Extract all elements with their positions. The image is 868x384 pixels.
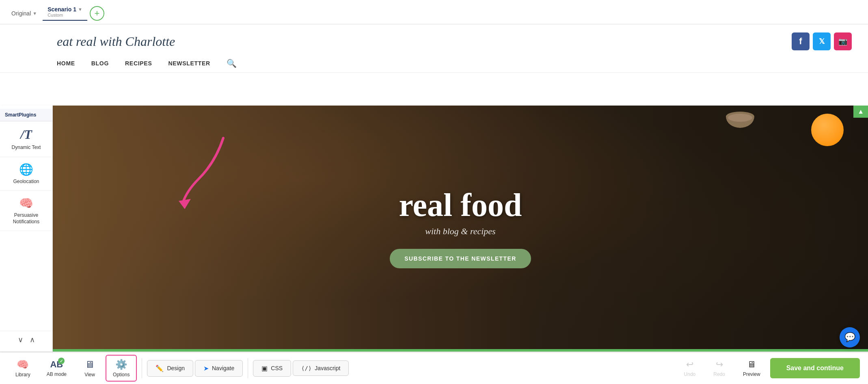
toolbar-view-button[interactable]: 🖥 View <box>76 355 104 382</box>
sidebar-header: SmartPlugins <box>0 109 52 121</box>
preview-icon: 🖥 <box>747 359 756 370</box>
tab-original-chevron: ▼ <box>32 11 37 16</box>
nav-recipes[interactable]: RECIPES <box>125 60 152 67</box>
scroll-up-button[interactable]: ▲ <box>853 106 868 118</box>
ab-mode-label: AB mode <box>47 371 67 377</box>
toolbar-separator-2 <box>248 358 248 378</box>
tab-scenario-sub-label: Custom <box>48 13 82 17</box>
hero-cta-button[interactable]: SUBSCRIBE TO THE NEWSLETTER <box>390 249 531 268</box>
tab-original[interactable]: Original ▼ <box>6 7 42 21</box>
hero-section: real food with blog & recipes SUBSCRIBE … <box>53 106 868 352</box>
toolbar-right-group: ↩ Undo ↪ Redo 🖥 Preview Save and continu… <box>676 356 860 380</box>
undo-label: Undo <box>684 371 696 377</box>
sidebar-down-arrow[interactable]: ∨ <box>18 335 23 344</box>
toolbar-navigate-button[interactable]: ➤ Navigate <box>195 360 243 377</box>
tab-scenario-label: Scenario 1 <box>48 6 76 13</box>
site-branding: eat real with Charlotte f 𝕏 📷 <box>0 24 868 54</box>
sidebar-item-geolocation[interactable]: 🌐 Geolocation <box>0 157 52 191</box>
sidebar-label-geolocation: Geolocation <box>13 179 39 185</box>
css-label: CSS <box>271 365 283 371</box>
toolbar-preview-button[interactable]: 🖥 Preview <box>735 356 769 380</box>
toolbar-ab-mode-button[interactable]: AB ✓ AB mode <box>39 355 74 381</box>
dynamic-text-icon: /T <box>20 127 32 142</box>
geolocation-icon: 🌐 <box>19 163 33 176</box>
navigate-arrow-icon: ➤ <box>203 365 209 372</box>
add-icon: + <box>94 8 99 19</box>
main-area: SmartPlugins /T Dynamic Text 🌐 Geolocati… <box>0 106 868 352</box>
bottom-toolbar: 🧠 Library AB ✓ AB mode 🖥 View ⚙️ Options… <box>0 352 868 384</box>
tab-scenario-chevron: ▼ <box>78 7 82 12</box>
redo-label: Redo <box>713 371 725 377</box>
toolbar-redo-button[interactable]: ↪ Redo <box>705 356 733 380</box>
javascript-label: Javascript <box>315 365 340 371</box>
css-icon: ▣ <box>261 365 268 372</box>
view-icon: 🖥 <box>85 359 95 370</box>
tab-original-label: Original <box>11 10 31 17</box>
toolbar-design-button[interactable]: ✏️ Design <box>147 360 193 377</box>
save-continue-button[interactable]: Save and continue <box>770 358 860 378</box>
tab-scenario[interactable]: Scenario 1 ▼ Custom <box>43 4 87 21</box>
toolbar-separator-1 <box>142 358 142 378</box>
toolbar-code-group: ▣ CSS ⟨/⟩ Javascript <box>253 360 349 377</box>
nav-home[interactable]: HOME <box>57 60 75 67</box>
twitter-icon[interactable]: 𝕏 <box>813 32 831 50</box>
chat-button[interactable]: 💬 <box>840 327 860 347</box>
hero-subtitle: with blog & recipes <box>390 226 531 237</box>
social-icons: f 𝕏 📷 <box>792 32 852 50</box>
ab-badge: AB ✓ <box>50 359 63 370</box>
preview-label: Preview <box>743 371 760 377</box>
site-title: eat real with Charlotte <box>57 34 175 49</box>
view-label: View <box>84 372 95 378</box>
options-icon: ⚙️ <box>115 359 127 370</box>
sidebar-label-persuasive-notifications: Persuasive Notifications <box>3 212 49 225</box>
facebook-icon[interactable]: f <box>792 32 810 50</box>
sidebar: SmartPlugins /T Dynamic Text 🌐 Geolocati… <box>0 106 53 352</box>
toolbar-left-group: 🧠 Library AB ✓ AB mode 🖥 View ⚙️ Options <box>8 355 137 382</box>
pencil-icon: ✏️ <box>155 365 164 372</box>
instagram-icon[interactable]: 📷 <box>834 32 852 50</box>
nav-newsletter[interactable]: NEWSLETTER <box>168 60 210 67</box>
search-icon[interactable]: 🔍 <box>227 58 237 68</box>
toolbar-javascript-button[interactable]: ⟨/⟩ Javascript <box>293 360 349 376</box>
sidebar-label-dynamic-text: Dynamic Text <box>12 145 41 151</box>
chat-icon: 💬 <box>844 332 855 343</box>
hero-title: real food <box>390 189 531 221</box>
sidebar-item-persuasive-notifications[interactable]: 🧠 Persuasive Notifications <box>0 191 52 231</box>
navigate-label: Navigate <box>212 365 234 371</box>
library-label: Library <box>15 372 30 378</box>
sidebar-up-arrow[interactable]: ∧ <box>30 335 35 344</box>
sidebar-item-dynamic-text[interactable]: /T Dynamic Text <box>0 121 52 157</box>
design-label: Design <box>167 365 185 371</box>
add-scenario-button[interactable]: + <box>90 6 104 21</box>
toolbar-css-button[interactable]: ▣ CSS <box>253 360 291 377</box>
js-icon: ⟨/⟩ <box>301 365 311 371</box>
toolbar-options-button[interactable]: ⚙️ Options <box>106 355 137 382</box>
toolbar-undo-button[interactable]: ↩ Undo <box>676 356 704 380</box>
top-bar: Original ▼ Scenario 1 ▼ Custom + <box>0 0 868 24</box>
library-icon: 🧠 <box>17 359 29 370</box>
toolbar-library-button[interactable]: 🧠 Library <box>8 355 38 382</box>
ab-check-icon: ✓ <box>58 358 65 364</box>
options-label: Options <box>113 372 130 378</box>
undo-icon: ↩ <box>686 359 693 370</box>
hero-content: real food with blog & recipes SUBSCRIBE … <box>390 189 531 268</box>
toolbar-mid-group: ✏️ Design ➤ Navigate <box>147 360 243 377</box>
website-header: eat real with Charlotte f 𝕏 📷 HOME BLOG … <box>0 24 868 106</box>
site-nav: HOME BLOG RECIPES NEWSLETTER 🔍 <box>0 54 868 73</box>
persuasive-notifications-icon: 🧠 <box>19 196 33 210</box>
sidebar-nav-arrows: ∨ ∧ <box>0 331 52 348</box>
redo-icon: ↪ <box>716 359 723 370</box>
nav-blog[interactable]: BLOG <box>91 60 109 67</box>
